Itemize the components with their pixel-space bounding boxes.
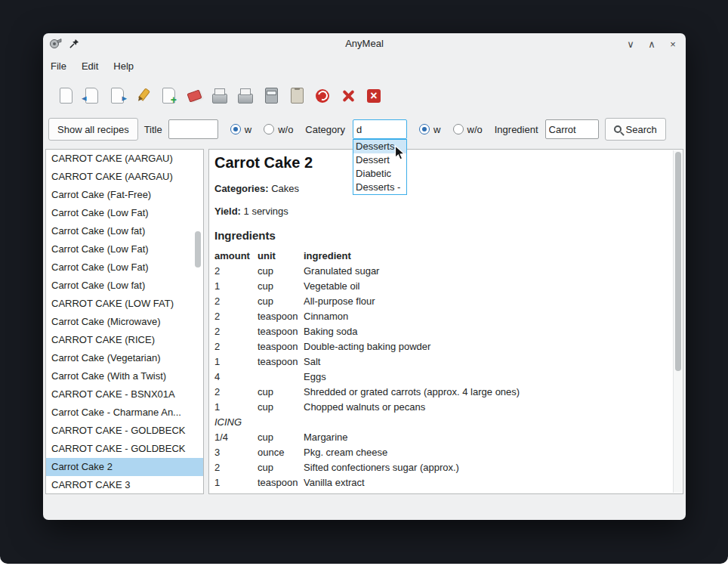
clipboard-icon[interactable] <box>287 86 307 106</box>
show-all-recipes-button[interactable]: Show all recipes <box>48 118 138 141</box>
ingredient-amount: 4 <box>214 370 258 385</box>
recipe-list-item[interactable]: Carrot Cake (Fat-Free) <box>46 186 203 204</box>
ingredient-unit: cup <box>258 430 304 445</box>
delete-recipe-icon[interactable] <box>184 86 204 106</box>
recipe-list-item[interactable]: Carrot Cake (Low fat) <box>46 222 203 240</box>
ingredient-row: 3ouncePkg. cream cheese <box>214 445 669 460</box>
ingredient-amount: 1 <box>214 354 258 370</box>
category-option[interactable]: Diabetic <box>353 167 406 181</box>
window-title: AnyMeal <box>43 33 686 54</box>
close-icon[interactable]: × <box>666 39 680 50</box>
ingredient-name: Cinnamon <box>304 309 669 324</box>
recipe-yield: Yield: 1 servings <box>214 206 288 217</box>
title-filter-input[interactable] <box>168 119 218 139</box>
menu-file[interactable]: File <box>51 60 66 72</box>
unit-column-header: unit <box>258 249 304 264</box>
new-recipe-icon[interactable] <box>56 86 76 106</box>
ingredient-unit <box>258 415 304 430</box>
print-preview-icon[interactable] <box>210 86 230 106</box>
ingredient-unit: cup <box>258 294 304 309</box>
recipe-list-item[interactable]: CARROT CAKE - GOLDBECK <box>46 422 203 440</box>
ingredient-name: Pkg. cream cheese <box>304 445 669 460</box>
recipe-detail-scrollbar[interactable] <box>675 152 681 371</box>
maximize-icon[interactable]: ∧ <box>645 39 659 50</box>
ingredient-amount: 2 <box>214 385 258 400</box>
ingredient-row: 2teaspoonBaking soda <box>214 324 669 339</box>
recipe-list-item[interactable]: Carrot Cake (Low Fat) <box>46 204 203 222</box>
ingredient-amount: 1 <box>214 475 258 490</box>
ingredient-amount: 2 <box>214 309 258 324</box>
ingredient-unit: cup <box>258 460 304 475</box>
recipe-list-item[interactable]: CARROT CAKE - BSNX01A <box>46 385 203 404</box>
recipe-list-item[interactable]: CARROT CAKE 3 <box>46 476 203 494</box>
category-option[interactable]: Dessert <box>353 153 406 167</box>
recipe-list-item[interactable]: CARROT CAKE (RICE) <box>46 331 203 349</box>
ingredient-amount: 2 <box>214 264 258 279</box>
menu-bar: FileEditHelp <box>43 54 686 78</box>
add-recipe-icon[interactable] <box>159 86 178 106</box>
category-filter-input[interactable] <box>353 119 407 139</box>
ingredient-row: 1teaspoonSalt <box>214 354 669 370</box>
import-recipes-icon[interactable] <box>82 86 101 106</box>
recipe-list-item[interactable]: Carrot Cake (With a Twist) <box>46 367 203 385</box>
minimize-icon[interactable]: ∨ <box>624 39 637 50</box>
search-button-label: Search <box>626 124 657 135</box>
edit-recipe-icon[interactable] <box>133 86 153 106</box>
ingredient-name <box>304 415 669 430</box>
recipe-list-item[interactable]: CARROT CAKE (AARGAU) <box>46 168 203 186</box>
ingredient-row: ICING <box>214 415 669 430</box>
menu-help[interactable]: Help <box>113 60 134 72</box>
ingredient-name: Shredded or grated carrots (approx. 4 la… <box>304 385 669 400</box>
category-dropdown: DessertsDessertDiabeticDesserts - <box>353 139 407 195</box>
ingredient-unit: teaspoon <box>258 339 304 354</box>
toolbar <box>43 78 686 113</box>
ingredient-column-header: ingredient <box>304 249 669 264</box>
anymeal-window: AnyMeal ∨ ∧ × FileEditHelp Show all reci… <box>43 33 686 520</box>
category-option[interactable]: Desserts <box>353 140 406 153</box>
ingredient-amount: 3 <box>214 445 258 460</box>
recipe-list-item[interactable]: Carrot Cake - Charmane An... <box>46 404 203 422</box>
category-without-label: w/o <box>467 124 483 135</box>
ingredient-row: 2cupGranulated sugar <box>214 264 669 279</box>
recipe-list-item[interactable]: CARROT CAKE (LOW FAT) <box>46 295 203 313</box>
yield-label: Yield: <box>214 206 241 217</box>
recipe-list: CARROT CAKE (AARGAU)CARROT CAKE (AARGAU)… <box>46 150 203 494</box>
ingredient-name: Margarine <box>304 430 669 445</box>
print-recipe-icon[interactable] <box>236 86 255 106</box>
recipe-list-item[interactable]: Carrot Cake 2 <box>46 458 203 476</box>
ingredient-unit <box>258 370 304 385</box>
recipe-list-item[interactable]: CARROT CAKE - GOLDBECK <box>46 440 203 458</box>
recipe-list-panel: CARROT CAKE (AARGAU)CARROT CAKE (AARGAU)… <box>45 149 204 494</box>
title-with-radio[interactable] <box>230 124 241 135</box>
recipe-list-scrollbar[interactable] <box>195 231 201 268</box>
ingredient-amount: 2 <box>214 294 258 309</box>
category-without-radio[interactable] <box>453 124 464 135</box>
title-bar[interactable]: AnyMeal ∨ ∧ × <box>43 33 686 54</box>
ingredient-amount: 1 <box>214 400 258 415</box>
refresh-database-icon[interactable] <box>313 86 332 106</box>
search-button[interactable]: Search <box>605 118 666 141</box>
recipe-list-item[interactable]: Carrot Cake (Low Fat) <box>46 258 203 277</box>
ingredient-amount: 1/4 <box>214 430 258 445</box>
ingredient-unit: teaspoon <box>258 324 304 339</box>
menu-edit[interactable]: Edit <box>82 60 98 72</box>
category-with-radio[interactable] <box>419 124 430 135</box>
title-without-radio[interactable] <box>264 124 274 135</box>
export-recipes-icon[interactable] <box>107 86 127 106</box>
category-option[interactable]: Desserts - <box>353 181 406 194</box>
calculator-icon[interactable] <box>261 86 281 106</box>
ingredient-name: Vegetable oil <box>304 279 669 294</box>
ingredient-name: Double-acting baking powder <box>304 339 669 354</box>
ingredient-filter-input[interactable] <box>545 119 599 139</box>
delete-selection-icon[interactable] <box>338 86 358 106</box>
recipe-list-item[interactable]: Carrot Cake (Microwave) <box>46 313 203 331</box>
recipe-list-item[interactable]: Carrot Cake (Low Fat) <box>46 240 203 258</box>
ingredient-amount: ICING <box>214 415 258 430</box>
quit-icon[interactable] <box>364 86 384 106</box>
ingredient-amount: 2 <box>214 460 258 475</box>
recipe-list-item[interactable]: Carrot Cake (Low fat) <box>46 277 203 295</box>
ingredient-row: 2cupShredded or grated carrots (approx. … <box>214 385 669 400</box>
ingredient-row: 1/4cupMargarine <box>214 430 669 445</box>
recipe-list-item[interactable]: Carrot Cake (Vegetarian) <box>46 349 203 367</box>
recipe-list-item[interactable]: CARROT CAKE (AARGAU) <box>46 150 203 168</box>
